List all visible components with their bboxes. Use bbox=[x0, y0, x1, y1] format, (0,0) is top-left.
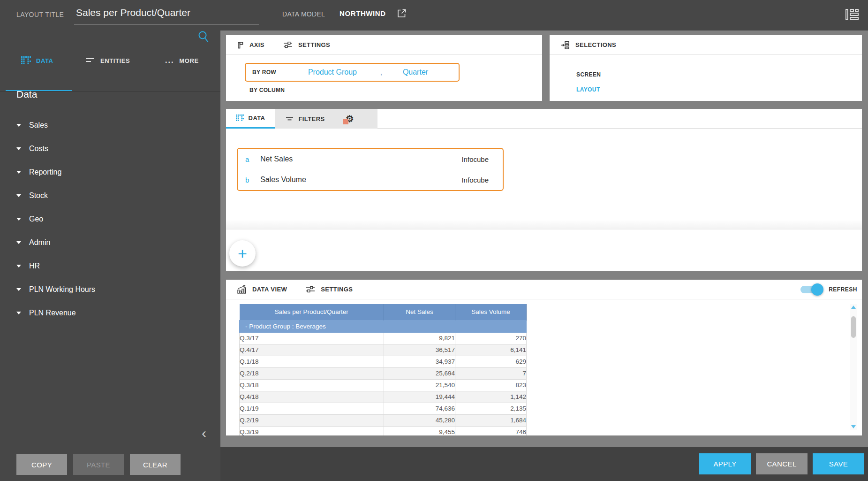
tab-filters-label: FILTERS bbox=[299, 115, 325, 122]
scroll-down-arrow-icon[interactable] bbox=[851, 425, 856, 428]
external-link-icon[interactable] bbox=[396, 8, 407, 19]
tab-data[interactable]: DATA bbox=[226, 109, 275, 129]
axis-tab[interactable]: AXIS bbox=[237, 41, 264, 49]
axis-settings-tab[interactable]: SETTINGS bbox=[283, 41, 330, 49]
table-row-q-3-19[interactable]: Q.3/199,455746 bbox=[240, 426, 527, 435]
data-view-header: DATA VIEW SETTINGS REFRESH bbox=[226, 280, 862, 299]
table-row-q-2-18[interactable]: Q.2/1825,6947 bbox=[240, 367, 527, 379]
selections-panel: SELECTIONS SCREEN LAYOUT bbox=[550, 35, 862, 101]
copy-button[interactable]: COPY bbox=[16, 454, 67, 475]
data-grid-icon bbox=[236, 115, 244, 122]
save-button[interactable]: SAVE bbox=[813, 453, 864, 474]
sidebar-item-admin[interactable]: Admin bbox=[16, 231, 171, 254]
collapse-sidebar-chevron-icon[interactable]: ‹ bbox=[202, 426, 206, 440]
selections-item-layout[interactable]: LAYOUT bbox=[576, 86, 600, 93]
layout-switcher-icon[interactable] bbox=[845, 7, 859, 22]
add-measure-button[interactable]: + bbox=[229, 240, 256, 267]
net-sales-cell: 45,280 bbox=[384, 414, 455, 426]
quarter-cell: Q.4/17 bbox=[240, 344, 384, 356]
quarter-cell: Q.3/18 bbox=[240, 379, 384, 391]
sidebar-section-title: Data bbox=[16, 89, 37, 100]
table-row-q-3-18[interactable]: Q.3/1821,540823 bbox=[240, 379, 527, 391]
data-view-settings-tab[interactable]: SETTINGS bbox=[306, 285, 353, 293]
quarter-cell: Q.2/18 bbox=[240, 367, 384, 379]
sidebar-item-hr[interactable]: HR bbox=[16, 254, 171, 278]
sidebar-item-label: Reporting bbox=[29, 168, 61, 176]
refresh-toggle-knob[interactable] bbox=[811, 283, 823, 296]
paste-button[interactable]: PASTE bbox=[73, 454, 124, 475]
net-sales-cell: 9,455 bbox=[384, 426, 455, 435]
tab-measure-settings[interactable]: ⚙ bbox=[336, 109, 364, 129]
topbar: LAYOUT TITLE DATA MODEL NORTHWIND bbox=[0, 0, 868, 31]
sidebar-item-sales[interactable]: Sales bbox=[16, 114, 171, 137]
expand-triangle-icon bbox=[16, 312, 21, 314]
sidebar-item-pln-revenue[interactable]: PLN Revenue bbox=[16, 301, 171, 325]
sidebar-tab-entities[interactable]: ENTITIES bbox=[86, 49, 130, 72]
sidebar-item-costs[interactable]: Costs bbox=[16, 137, 171, 160]
sidebar-item-stock[interactable]: Stock bbox=[16, 184, 171, 207]
scroll-up-arrow-icon[interactable] bbox=[851, 305, 856, 309]
measure-name: Net Sales bbox=[260, 155, 293, 163]
net-sales-cell: 74,636 bbox=[384, 403, 455, 414]
table-row-q-4-17[interactable]: Q.4/1736,5176,141 bbox=[240, 344, 527, 356]
sidebar-item-label: Geo bbox=[29, 215, 43, 223]
table-row-q-1-18[interactable]: Q.1/1834,937629 bbox=[240, 356, 527, 367]
group-row-label: - Product Group : Beverages bbox=[240, 320, 527, 332]
layout-title-input[interactable] bbox=[74, 5, 259, 24]
sidebar-tab-data[interactable]: DATA bbox=[21, 49, 53, 72]
table-row-q-2-19[interactable]: Q.2/1945,2801,684 bbox=[240, 414, 527, 426]
measure-source: Infocube bbox=[461, 176, 489, 184]
data-view-label: DATA VIEW bbox=[252, 286, 287, 293]
by-row-box[interactable]: BY ROW Product Group , Quarter bbox=[245, 63, 460, 82]
group-row[interactable]: - Product Group : Beverages bbox=[240, 320, 527, 332]
by-row-label: BY ROW bbox=[252, 69, 276, 76]
quarter-cell: Q.1/18 bbox=[240, 356, 384, 367]
main-area: AXIS SETTINGS BY ROW Product Group , Qu bbox=[220, 31, 868, 481]
data-model-label: DATA MODEL bbox=[282, 10, 325, 18]
sidebar-item-label: PLN Revenue bbox=[29, 309, 76, 317]
net-sales-cell: 19,444 bbox=[384, 391, 455, 403]
measure-row-net-sales[interactable]: aNet SalesInfocube bbox=[238, 149, 503, 169]
scrollbar-thumb[interactable] bbox=[851, 316, 856, 338]
search-icon[interactable] bbox=[198, 31, 210, 43]
sidebar-list: SalesCostsReportingStockGeoAdminHRPLN Wo… bbox=[16, 114, 171, 325]
list-bottom-divider bbox=[226, 229, 862, 229]
refresh-toggle[interactable] bbox=[800, 286, 822, 293]
table-row-q-1-19[interactable]: Q.1/1974,6362,135 bbox=[240, 403, 527, 414]
table-row-q-4-18[interactable]: Q.4/1819,4441,142 bbox=[240, 391, 527, 403]
selections-title: SELECTIONS bbox=[575, 41, 616, 48]
expand-triangle-icon bbox=[16, 265, 21, 267]
bottom-action-bar: APPLYCANCELSAVE bbox=[220, 447, 868, 481]
column-header-sales-per-product-quarter[interactable]: Sales per Product/Quarter bbox=[240, 304, 384, 320]
table-row-q-3-17[interactable]: Q.3/179,821270 bbox=[240, 332, 527, 344]
quarter-cell: Q.2/19 bbox=[240, 414, 384, 426]
row-member-product-group[interactable]: Product Group bbox=[308, 68, 357, 76]
sidebar-item-geo[interactable]: Geo bbox=[16, 207, 171, 231]
sidebar-tab-more[interactable]: ... MORE bbox=[165, 49, 199, 72]
selections-item-screen[interactable]: SCREEN bbox=[576, 71, 601, 78]
quarter-cell: Q.4/18 bbox=[240, 391, 384, 403]
gear-icon: ⚙ bbox=[346, 114, 354, 123]
by-column-label[interactable]: BY COLUMN bbox=[249, 87, 285, 93]
data-view-tab[interactable]: DATA VIEW bbox=[237, 285, 287, 294]
sales-volume-cell: 1,684 bbox=[455, 414, 527, 426]
column-header-net-sales[interactable]: Net Sales bbox=[384, 304, 455, 320]
row-member-quarter[interactable]: Quarter bbox=[403, 68, 428, 76]
vertical-scrollbar[interactable] bbox=[850, 304, 857, 430]
apply-button[interactable]: APPLY bbox=[699, 453, 751, 474]
sidebar-item-reporting[interactable]: Reporting bbox=[16, 160, 171, 184]
axis-panel-header: AXIS SETTINGS bbox=[226, 35, 542, 55]
expand-triangle-icon bbox=[16, 241, 21, 244]
refresh-label: REFRESH bbox=[829, 286, 857, 293]
column-header-sales-volume[interactable]: Sales Volume bbox=[455, 304, 527, 320]
tab-filters[interactable]: FILTERS bbox=[275, 109, 336, 129]
clear-button[interactable]: CLEAR bbox=[130, 454, 181, 475]
sidebar-item-label: PLN Working Hours bbox=[29, 285, 95, 294]
sidebar-tab-data-label: DATA bbox=[36, 57, 53, 64]
expand-triangle-icon bbox=[16, 171, 21, 174]
layout-editor-app: LAYOUT TITLE DATA MODEL NORTHWIND bbox=[0, 0, 868, 481]
data-model-value: NORTHWIND bbox=[340, 9, 386, 17]
sidebar-item-pln-working-hours[interactable]: PLN Working Hours bbox=[16, 278, 171, 301]
cancel-button[interactable]: CANCEL bbox=[756, 453, 808, 474]
measure-row-sales-volume[interactable]: bSales VolumeInfocube bbox=[238, 169, 503, 190]
